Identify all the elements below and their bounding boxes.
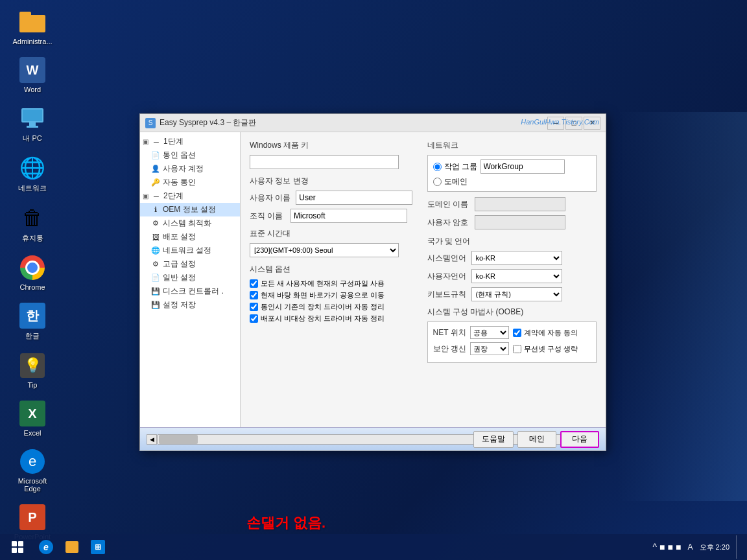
tip-icon: 💡 bbox=[20, 353, 45, 378]
monitor-base bbox=[27, 126, 38, 128]
taskbar-files-button[interactable] bbox=[60, 535, 84, 559]
user-lang-label: 사용자언어 bbox=[427, 271, 466, 282]
systray-icon-1[interactable]: ■ bbox=[659, 542, 665, 552]
radio-workgroup[interactable] bbox=[433, 163, 442, 171]
tree-label-general-setting: 일반 설정 bbox=[163, 272, 196, 283]
desktop-icon-trash[interactable]: 🗑 휴지통 bbox=[6, 202, 58, 246]
taskbar-clock[interactable]: 오후 2:20 bbox=[700, 542, 729, 552]
bottom-panel: ◀ ▶ 도움말 메인 다음 bbox=[140, 427, 606, 450]
desktop-icon-chrome[interactable]: Chrome bbox=[6, 252, 58, 294]
network-icon: 🌐 bbox=[19, 156, 45, 180]
lang-indicator[interactable]: A bbox=[688, 542, 693, 552]
username-input[interactable] bbox=[296, 191, 412, 205]
start-icon-cell-1 bbox=[12, 541, 17, 546]
checkbox-cb2[interactable] bbox=[250, 291, 258, 299]
tree-item-auto-login[interactable]: 🔑 자동 통인 bbox=[140, 176, 240, 189]
taskbar-right: ^ ■ ■ ■ A 오후 2:20 bbox=[653, 535, 744, 559]
user-info-section: 사용자 정보 변경 사용자 이름 조직 이름 bbox=[250, 176, 420, 223]
network-icon-setting: 🌐 bbox=[150, 246, 161, 255]
tree-item-config-save[interactable]: 💾 설정 저장 bbox=[140, 298, 240, 312]
watermark-text: HanGulHwa.Tistory.Com bbox=[521, 118, 599, 126]
checkbox-item-cb3: 통인시 기존의 장치 드라이버 자동 정리 bbox=[250, 302, 420, 312]
checkbox-label-cb1: 모든 새 사용자에 현재의 구성파일 사용 bbox=[261, 279, 385, 288]
windows-key-input[interactable] bbox=[250, 155, 399, 169]
org-input[interactable] bbox=[290, 209, 407, 223]
start-icon-cell-4 bbox=[18, 548, 23, 553]
tree-label-advanced-setting: 고급 설정 bbox=[163, 259, 196, 270]
checkbox-cb3[interactable] bbox=[250, 303, 258, 311]
taskbar-store-button[interactable]: ⊞ bbox=[86, 535, 110, 559]
tree-step1[interactable]: ▣ ─ 1단계 bbox=[140, 135, 240, 148]
keyboard-select[interactable]: (현재 규칙) bbox=[471, 287, 562, 301]
desktop-icon-hangul[interactable]: 한 한글 bbox=[6, 300, 58, 344]
main-two-col: Windows 제품 키 사용자 정보 변경 사용자 이름 조직 이름 bbox=[250, 140, 597, 363]
tree-label-auto-login: 자동 통인 bbox=[163, 177, 196, 188]
tree-step2[interactable]: ▣ ─ 2단계 bbox=[140, 189, 240, 203]
security-update-row: 보안 갱신 권장 무선넷 구성 생략 bbox=[433, 342, 591, 355]
tree-item-user-account[interactable]: 👤 사용자 계정 bbox=[140, 162, 240, 176]
tree-item-network-setting[interactable]: 🌐 네트워크 설정 bbox=[140, 244, 240, 257]
desktop-icon-network[interactable]: 🌐 네트워크 bbox=[6, 152, 58, 196]
scroll-left-arrow[interactable]: ◀ bbox=[147, 434, 157, 445]
auto-agree-checkbox[interactable] bbox=[513, 329, 521, 337]
workgroup-input[interactable] bbox=[480, 159, 565, 174]
show-desktop-button[interactable] bbox=[736, 535, 739, 559]
desktop-icon-label-excel: Excel bbox=[24, 429, 42, 437]
sys-lang-label: 시스템언어 bbox=[427, 253, 466, 264]
tree-item-login-options[interactable]: 📄 통인 옵션 bbox=[140, 148, 240, 162]
taskbar-edge-button[interactable]: e bbox=[34, 535, 58, 559]
user-lang-select[interactable]: ko-KR bbox=[471, 269, 562, 283]
desktop-icon-edge[interactable]: e Microsoft Edge bbox=[6, 446, 58, 495]
start-button[interactable] bbox=[3, 535, 32, 559]
radio-workgroup-label: 작업 그룹 bbox=[444, 161, 478, 172]
tree-item-disk-control[interactable]: 💾 디스크 컨트롤러 . bbox=[140, 285, 240, 298]
taskbar-time: 오후 2:20 bbox=[700, 542, 729, 552]
dialog-easy-sysprep: S Easy Sysprep v4.3 – 한글판 ─ □ ✕ HanGulHw… bbox=[139, 113, 606, 451]
network-bordered: 작업 그룹 도메인 bbox=[427, 155, 597, 192]
next-button[interactable]: 다음 bbox=[560, 431, 599, 448]
desktop-icon-mypc[interactable]: 내 PC bbox=[6, 102, 58, 146]
security-update-select[interactable]: 권장 bbox=[470, 342, 509, 355]
tree-item-oem-info[interactable]: ℹ OEM 정보 설정 bbox=[140, 203, 240, 216]
desktop-icons-column: Administra... W Word 내 PC 🌐 네트워크 🗑 휴지통 bbox=[0, 0, 58, 550]
systray-icon-2[interactable]: ■ bbox=[668, 542, 673, 552]
gear-icon-advanced: ⚙ bbox=[150, 260, 161, 269]
tree-label-sys-optimize: 시스템 최적화 bbox=[163, 218, 211, 229]
tree-label-user-account: 사용자 계정 bbox=[163, 163, 204, 174]
word-icon: W bbox=[19, 57, 45, 83]
checkbox-cb4[interactable] bbox=[250, 314, 258, 323]
tree-item-sys-optimize[interactable]: ⚙ 시스템 최적화 bbox=[140, 216, 240, 230]
desktop-icon-label-administrator: Administra... bbox=[12, 38, 52, 45]
sys-lang-select[interactable]: ko-KR bbox=[471, 251, 562, 265]
checkbox-cb1[interactable] bbox=[250, 279, 258, 288]
tree-item-deploy-setting[interactable]: 🖼 배포 설정 bbox=[140, 230, 240, 244]
desktop-icon-tip[interactable]: 💡 Tip bbox=[6, 350, 58, 391]
help-button[interactable]: 도움말 bbox=[473, 431, 514, 448]
desktop-icon-word[interactable]: W Word bbox=[6, 54, 58, 96]
password-input[interactable] bbox=[475, 215, 565, 229]
systray-icon-3[interactable]: ■ bbox=[676, 542, 681, 552]
net-pos-select[interactable]: 공용 bbox=[470, 326, 509, 339]
desktop-icon-label-chrome: Chrome bbox=[19, 283, 45, 291]
country-lang-section: 국가 및 언어 시스템언어 ko-KR 사용자언어 ko-KR bbox=[427, 236, 597, 301]
tree-label-deploy-setting: 배포 설정 bbox=[163, 231, 196, 242]
powerpoint-icon: P bbox=[19, 504, 45, 530]
timezone-select[interactable]: [230](GMT+09:00) Seoul bbox=[250, 243, 399, 257]
start-icon bbox=[12, 541, 23, 553]
hangul-icon: 한 bbox=[19, 303, 45, 329]
main-button[interactable]: 메인 bbox=[517, 431, 556, 448]
tree-item-advanced-setting[interactable]: ⚙ 고급 설정 bbox=[140, 257, 240, 271]
tree-item-general-setting[interactable]: 📄 일반 설정 bbox=[140, 271, 240, 285]
systray-chevron-icon[interactable]: ^ bbox=[653, 542, 658, 552]
bottom-buttons: 도움말 메인 다음 bbox=[473, 431, 599, 448]
domain-name-input[interactable] bbox=[475, 197, 565, 211]
desktop-icon-excel[interactable]: X Excel bbox=[6, 398, 58, 439]
wireless-skip-checkbox[interactable] bbox=[513, 345, 521, 353]
desktop-icon-administrator[interactable]: Administra... bbox=[6, 6, 58, 48]
desktop-icon-label-trash: 휴지통 bbox=[22, 233, 43, 243]
taskbar-edge-icon: e bbox=[39, 540, 53, 554]
radio-domain[interactable] bbox=[433, 178, 442, 186]
oobe-bordered: NET 위치 공용 계약에 자동 동의 보안 갱신 bbox=[427, 321, 597, 363]
country-lang-label: 국가 및 언어 bbox=[427, 236, 597, 247]
checkbox-label-cb3: 통인시 기존의 장치 드라이버 자동 정리 bbox=[261, 302, 385, 312]
